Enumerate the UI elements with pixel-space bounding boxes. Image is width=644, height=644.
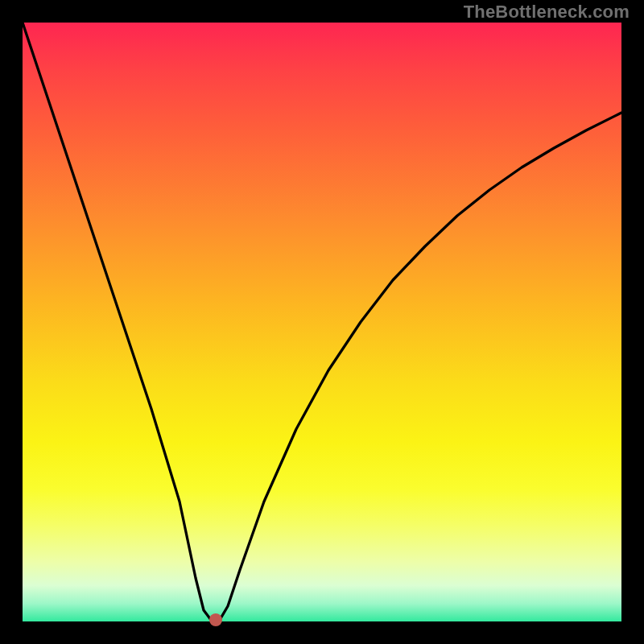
bottleneck-curve <box>23 23 621 621</box>
curve-path <box>23 23 621 620</box>
watermark-text: TheBottleneck.com <box>464 2 630 23</box>
plot-area <box>23 23 621 621</box>
optimal-point-marker <box>209 613 222 626</box>
chart-frame: TheBottleneck.com <box>0 0 644 644</box>
